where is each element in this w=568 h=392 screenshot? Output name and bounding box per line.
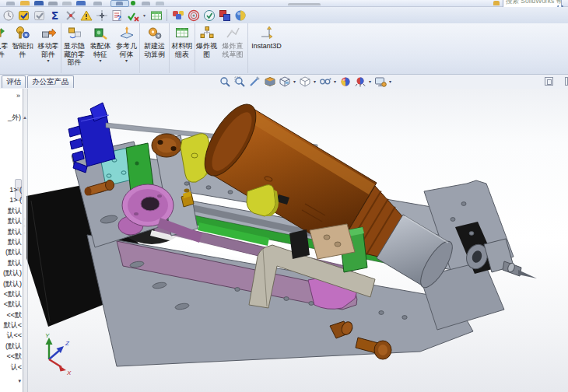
tab-evaluate[interactable]: 评估	[2, 75, 26, 88]
section-view-icon[interactable]	[263, 75, 276, 87]
tree-row[interactable]: <<默	[0, 310, 22, 320]
standard-toolbar-cut: 搜索 SolidWorks 帮助	[0, 0, 568, 7]
crosshair-icon[interactable]	[95, 9, 108, 22]
ribbon-button-instant3d[interactable]: Instant3D	[247, 23, 285, 73]
overlap-squares-icon[interactable]	[218, 9, 231, 22]
graphics-viewport[interactable]: Y Z X	[0, 89, 568, 392]
panel-splitter[interactable]: ▲ ◂ ◂ ◂	[23, 89, 28, 392]
open-icon[interactable]	[20, 1, 30, 5]
tree-root-fragment[interactable]: _外)	[0, 113, 21, 123]
ribbon-button-new-motion-study[interactable]: 新建运 动算例	[139, 23, 169, 73]
zoom-fit-icon[interactable]	[219, 75, 232, 87]
display-style-icon[interactable]	[298, 75, 311, 87]
hide-show-items-icon[interactable]	[318, 75, 331, 87]
check-cross-icon[interactable]	[126, 9, 139, 22]
panel-scroll-up-icon[interactable]: ▲	[23, 115, 27, 120]
tree-row[interactable]: (默认	[0, 341, 22, 352]
ribbon-button-label: 装配体 特征	[90, 42, 111, 58]
flyout-icon[interactable]	[493, 1, 500, 5]
model-brown-flange[interactable]	[152, 134, 181, 157]
undo-icon[interactable]	[76, 1, 86, 5]
toolbar-fragment	[62, 2, 72, 5]
feature-manager-panel[interactable]: » _外) ≡ 1> (1> (默认默认默认默认(默认默认(默认)(默认)<默认…	[0, 89, 23, 392]
tree-row[interactable]: 默认	[0, 237, 22, 247]
file-question-icon[interactable]: ?	[110, 9, 124, 22]
zoom-area-icon[interactable]	[233, 75, 247, 87]
assembly-features-icon	[93, 26, 108, 41]
sigma-icon[interactable]: Σ	[48, 9, 61, 22]
tree-row[interactable]: 默认	[0, 227, 22, 237]
orientation-triad: Y Z X	[45, 332, 72, 376]
view-settings-icon[interactable]	[373, 75, 387, 87]
circle-check-icon[interactable]	[202, 9, 216, 22]
splitter-arrow-icon: ◂	[23, 223, 25, 229]
tree-row[interactable]: 默认	[0, 258, 22, 268]
ribbon-button-label: 智能扣 件	[12, 42, 33, 58]
panel-collapse-chevron[interactable]: »	[16, 92, 20, 100]
tree-row[interactable]: 默认	[0, 206, 22, 216]
warning-icon[interactable]	[79, 9, 93, 22]
tree-row[interactable]: <默认	[0, 289, 22, 299]
ribbon-button-exploded-view[interactable]: 爆炸视 图	[195, 23, 218, 73]
new-motion-study-icon	[147, 26, 163, 41]
tab-office-products[interactable]: 办公室产品	[27, 75, 74, 88]
ribbon-button-reference-geometry[interactable]: 参考几 何体 ▾	[114, 23, 139, 73]
viewport-3d[interactable]: Y Z X	[0, 89, 568, 392]
red-rings-icon[interactable]	[187, 9, 200, 22]
ribbon-button-insert-components[interactable]: 插入零 部件	[0, 23, 9, 73]
command-manager-tabstrip: 评估 办公室产品 ▾ ▾ ▾ ▾ ▾	[0, 75, 568, 89]
tree-row[interactable]: 1> (	[0, 195, 22, 205]
tree-row[interactable]: <默认	[0, 299, 22, 310]
select-tool-active[interactable]	[110, 0, 129, 7]
print-icon[interactable]	[48, 2, 58, 5]
ribbon-button-explode-line-sketch[interactable]: 爆炸直 线草图	[218, 23, 247, 73]
design-table-icon[interactable]	[149, 9, 163, 22]
clock-icon[interactable]	[2, 9, 15, 22]
gray-checkbox-icon[interactable]	[33, 9, 46, 22]
tree-row[interactable]: 默认<	[0, 320, 22, 331]
chevron-down-icon[interactable]: ▾	[47, 58, 49, 63]
chevron-down-icon[interactable]: ▾	[125, 58, 128, 63]
ribbon-button-assembly-features[interactable]: 装配体 特征 ▾	[87, 23, 114, 73]
tab-bar: 评估 办公室产品	[2, 75, 74, 88]
move-component-icon	[40, 26, 56, 41]
panel-scroll-down-icon[interactable]: ▾	[18, 378, 21, 384]
ribbon-button-show-hidden-components[interactable]: 显示隐 藏的零 部件	[61, 23, 87, 73]
search-go-icon[interactable]	[557, 0, 565, 5]
feature-tree-rows[interactable]: 1> (1> (默认默认默认默认(默认默认(默认)(默认)<默认<默认<<默默认…	[0, 185, 22, 373]
yellow-checkbox-icon[interactable]	[17, 9, 30, 22]
view-orientation-icon[interactable]	[278, 75, 291, 87]
edit-appearance-icon[interactable]	[338, 75, 352, 87]
crossed-tools-icon[interactable]	[64, 9, 77, 22]
tree-row[interactable]: (默认	[0, 247, 22, 257]
tree-row[interactable]: (默认)	[0, 279, 22, 289]
ribbon-button-label: 新建运 动算例	[144, 42, 165, 58]
tree-row[interactable]: (默认)	[0, 268, 22, 278]
ribbon-button-bill-of-materials[interactable]: 材料明 细表	[169, 23, 195, 73]
chevron-down-icon[interactable]: ▾	[293, 79, 296, 84]
color-blocks-icon[interactable]	[171, 9, 184, 22]
chevron-down-icon[interactable]: ▾	[314, 79, 316, 84]
chevron-down-icon[interactable]: ▾	[99, 58, 101, 63]
application-window: 搜索 SolidWorks 帮助 Σ ? ▾ 插入零 部件 智能扣 件	[0, 0, 568, 392]
insert-components-icon	[0, 26, 5, 41]
task-pane-toggle-icon[interactable]	[545, 77, 553, 86]
section-tool-icon[interactable]	[248, 75, 261, 87]
ribbon-button-smart-fasteners[interactable]: 智能扣 件	[9, 23, 36, 73]
save-icon[interactable]	[34, 1, 44, 5]
tree-row[interactable]: 认<<	[0, 331, 22, 341]
task-pane-toggle-icon-cut[interactable]	[565, 77, 568, 86]
chevron-down-icon[interactable]: ▾	[334, 79, 336, 84]
sphere-icon[interactable]	[233, 9, 247, 22]
dropdown-arrow-icon[interactable]: ▾	[142, 9, 147, 22]
tree-row[interactable]: <<默	[0, 352, 22, 362]
ribbon-button-move-component[interactable]: 移动零 部件 ▾	[36, 23, 61, 73]
toolbar-fragment	[6, 2, 15, 5]
tree-row[interactable]: 认<	[0, 362, 22, 373]
tree-row[interactable]: 默认	[0, 216, 22, 226]
chevron-down-icon[interactable]: ▾	[389, 79, 391, 84]
chevron-down-icon[interactable]: ▾	[369, 79, 371, 84]
tree-row[interactable]: 1> (	[0, 185, 22, 195]
triad-z-label: Z	[65, 340, 70, 347]
apply-scene-icon[interactable]	[353, 75, 366, 87]
